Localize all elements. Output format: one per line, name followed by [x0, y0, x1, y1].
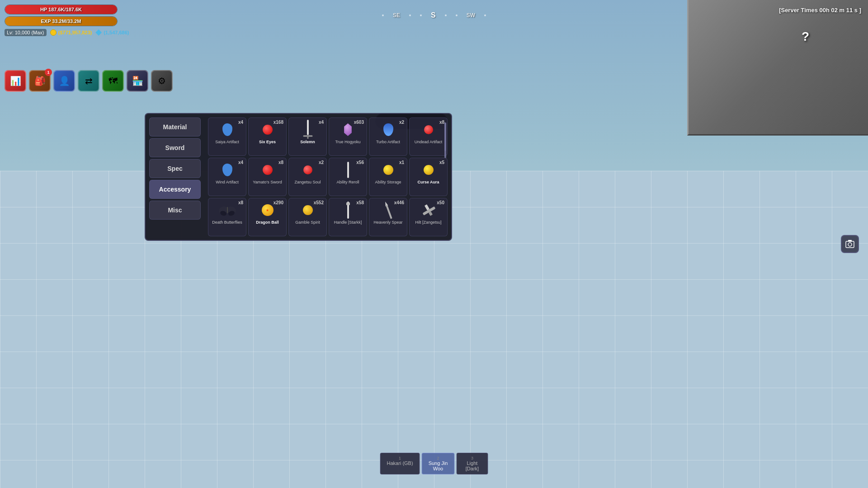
item-name: Hilt [Zangetsu]: [415, 220, 441, 225]
item-heavenly-spear[interactable]: x446 Heavenly Spear: [369, 198, 407, 236]
item-name: Heavenly Spear: [373, 220, 402, 225]
svg-rect-14: [422, 206, 435, 216]
wall-structure: [687, 0, 868, 136]
item-icon: [299, 161, 317, 179]
item-count: x4: [319, 120, 324, 125]
item-count: x5: [439, 160, 444, 165]
exp-bar: EXP 33.2M/33.2M: [5, 17, 117, 26]
compass-dot-3: [420, 14, 422, 16]
sword-nav-btn[interactable]: Sword: [149, 138, 201, 157]
level-text: Lv: 10,000 (Max): [7, 30, 44, 35]
spec-nav-btn[interactable]: Spec: [149, 159, 201, 178]
misc-nav-btn[interactable]: Misc: [149, 201, 201, 220]
compass-dot-5: [456, 14, 458, 16]
material-nav-btn[interactable]: Material: [149, 117, 201, 136]
item-icon: [218, 201, 236, 219]
inventory-content: x4 Saiya Artifact x168 Six Eyes x4: [204, 114, 451, 240]
item-name: Handle [Starkk]: [334, 220, 362, 225]
item-zangetsu-soul[interactable]: x2 Zangetsu Soul: [288, 158, 327, 196]
item-icon: [259, 161, 277, 179]
tab-name: Light[Dark]: [466, 460, 479, 471]
player-tab-1[interactable]: 1 Hakari (GB): [380, 453, 420, 474]
compass-s: S: [431, 11, 436, 19]
item-undead-artifact[interactable]: x8 Undead Artifact: [409, 117, 448, 156]
tab-name: Hakari (GB): [387, 460, 413, 466]
item-turbo-artifact[interactable]: x2 Turbo Artifact: [369, 117, 407, 156]
item-icon: [420, 201, 438, 219]
server-time: [Server Times 00h 02 m 11 s ]: [779, 7, 861, 14]
inventory-button[interactable]: 🎒 1: [29, 70, 51, 92]
item-count: x603: [354, 120, 364, 125]
compass: SE S SW: [382, 11, 486, 19]
coin-icon: [50, 29, 57, 36]
shop-button[interactable]: 🏪: [127, 70, 148, 92]
accessory-nav-btn[interactable]: Accessory: [149, 180, 201, 199]
tab-number: 3: [463, 456, 481, 460]
item-six-eyes[interactable]: x168 Six Eyes: [248, 117, 287, 156]
tab-name: Sung JinWoo: [429, 460, 448, 471]
item-dragon-ball[interactable]: x290 Dragon Ball: [248, 198, 287, 236]
svg-point-17: [848, 243, 852, 246]
item-name: Solemn: [300, 140, 315, 145]
item-count: x8: [238, 200, 243, 205]
item-name: Ability Storage: [375, 180, 401, 185]
item-solemn[interactable]: x4 Solemn: [288, 117, 327, 156]
item-icon: [379, 121, 397, 139]
item-curse-aura[interactable]: x5 Curse Aura: [409, 158, 448, 196]
item-icon: [218, 121, 236, 139]
svg-rect-13: [424, 204, 429, 210]
item-row-3: x8 Death Butterflies x290: [208, 198, 448, 236]
item-name: Saiya Artifact: [215, 140, 239, 145]
svg-rect-18: [848, 240, 852, 242]
hud-panel: HP 187.6K/187.6K EXP 33.2M/33.2M Lv: 10,…: [5, 5, 129, 36]
map-button[interactable]: 🗺: [102, 70, 124, 92]
item-ability-storage[interactable]: x1 Ability Storage: [369, 158, 407, 196]
compass-sw: SW: [467, 12, 475, 19]
item-yamatos-sword[interactable]: x8 Yamato's Sword: [248, 158, 287, 196]
player-tab-2[interactable]: 2 Sung JinWoo: [422, 453, 455, 474]
item-count: x1: [399, 160, 404, 165]
currency-gems: (1,547,686): [95, 29, 129, 36]
inventory-badge: 1: [45, 69, 52, 76]
compass-se: SE: [393, 12, 400, 19]
item-name: Ability Reroll: [336, 180, 359, 185]
item-name: Undead Artifact: [415, 140, 443, 145]
item-count: x2: [399, 120, 404, 125]
stats-button[interactable]: 📊: [5, 70, 26, 92]
item-death-butterflies[interactable]: x8 Death Butterflies: [208, 198, 246, 236]
item-icon: [218, 161, 236, 179]
screenshot-button[interactable]: [841, 235, 859, 253]
item-name: Yamato's Sword: [253, 180, 282, 185]
inventory-panel: Material Sword Spec Accessory Misc x4 Sa…: [145, 113, 452, 241]
item-icon: [420, 121, 438, 139]
item-count: x8: [439, 120, 444, 125]
svg-rect-8: [227, 207, 228, 213]
item-icon: [299, 121, 317, 139]
item-handle-starkk[interactable]: x58 Handle [Starkk]: [329, 198, 367, 236]
item-name: Zangetsu Soul: [294, 180, 321, 185]
item-gamble-spirit[interactable]: x552 Gamble Spirit: [288, 198, 327, 236]
item-true-hogyoku[interactable]: x603 True Hogyoku: [329, 117, 367, 156]
item-count: x4: [238, 160, 243, 165]
trade-button[interactable]: ⇄: [78, 70, 99, 92]
item-hilt-zangetsu[interactable]: x50 Hilt [Zangetsu]: [409, 198, 448, 236]
item-icon: [420, 161, 438, 179]
item-ability-reroll[interactable]: x56 Ability Reroll: [329, 158, 367, 196]
tab-number: 1: [387, 456, 413, 460]
item-wind-artifact[interactable]: x4 Wind Artifact: [208, 158, 246, 196]
compass-dot-6: [484, 14, 486, 16]
svg-rect-16: [846, 241, 854, 248]
item-name: Death Butterflies: [212, 220, 242, 225]
item-saiya-artifact[interactable]: x4 Saiya Artifact: [208, 117, 246, 156]
item-name: Turbo Artifact: [376, 140, 400, 145]
player-tab-3[interactable]: 3 Light[Dark]: [456, 453, 488, 474]
inventory-nav: Material Sword Spec Accessory Misc: [146, 114, 204, 240]
compass-dot-1: [382, 14, 384, 16]
currency-gold: ($771,957,823): [50, 29, 92, 36]
hp-bar: HP 187.6K/187.6K: [5, 5, 117, 14]
settings-button[interactable]: ⚙: [151, 70, 173, 92]
compass-dot-4: [445, 14, 447, 16]
gold-amount: ($771,957,823): [58, 30, 92, 35]
character-button[interactable]: 👤: [53, 70, 75, 92]
svg-rect-12: [386, 205, 392, 219]
